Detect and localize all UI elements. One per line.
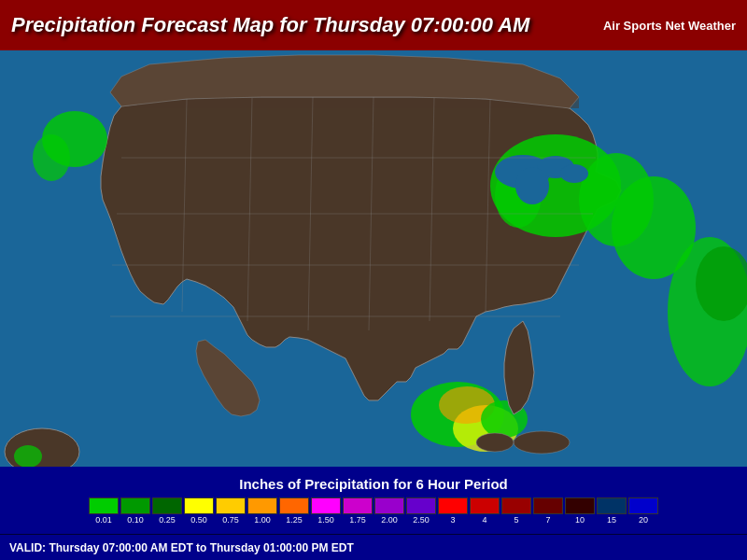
brand-label: Air Sports Net Weather xyxy=(603,19,736,33)
legend-title: Inches of Precipitation for 6 Hour Perio… xyxy=(239,476,508,492)
svg-point-35 xyxy=(476,433,514,452)
page-title: Precipitation Forecast Map for Thursday … xyxy=(11,13,529,37)
legend-swatch: 0.25 xyxy=(152,497,182,525)
svg-point-11 xyxy=(33,134,70,181)
legend-swatch: 2.50 xyxy=(406,497,436,525)
svg-point-18 xyxy=(14,445,42,467)
footer-text: VALID: Thursday 07:00:00 AM EDT to Thurs… xyxy=(9,541,354,554)
main-container: Precipitation Forecast Map for Thursday … xyxy=(0,0,747,560)
legend-swatch: 20 xyxy=(628,497,658,525)
legend-swatch: 4 xyxy=(470,497,500,525)
legend-swatch: 0.75 xyxy=(216,497,246,525)
legend-swatch: 0.50 xyxy=(184,497,214,525)
legend-swatch: 1.25 xyxy=(279,497,309,525)
svg-point-8 xyxy=(560,164,588,183)
legend-swatch: 7 xyxy=(533,497,563,525)
legend-swatch: 3 xyxy=(438,497,468,525)
legend-swatches: 0.010.100.250.500.751.001.251.501.752.00… xyxy=(89,497,658,525)
legend-swatch: 10 xyxy=(565,497,595,525)
legend-swatch: 1.50 xyxy=(311,497,341,525)
svg-point-9 xyxy=(515,167,549,204)
header: Precipitation Forecast Map for Thursday … xyxy=(0,0,747,50)
footer: VALID: Thursday 07:00:00 AM EDT to Thurs… xyxy=(0,534,747,560)
map-svg xyxy=(0,50,747,467)
legend-swatch: 15 xyxy=(597,497,627,525)
legend-swatch: 2.00 xyxy=(374,497,404,525)
legend-swatch: 5 xyxy=(501,497,531,525)
legend-swatch: 1.00 xyxy=(247,497,277,525)
legend-swatch: 1.75 xyxy=(343,497,373,525)
svg-point-34 xyxy=(514,431,570,454)
legend-area: Inches of Precipitation for 6 Hour Perio… xyxy=(0,467,747,534)
legend-swatch: 0.01 xyxy=(89,497,119,525)
legend-swatch: 0.10 xyxy=(120,497,150,525)
map-area xyxy=(0,50,747,467)
